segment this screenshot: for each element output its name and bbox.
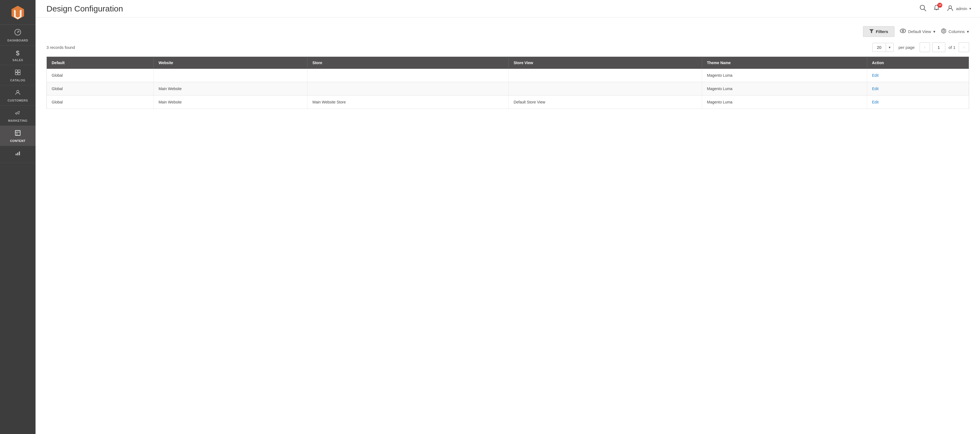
row2-theme-name: Magento Luma xyxy=(702,82,867,95)
search-icon[interactable] xyxy=(920,4,926,13)
row1-store-view xyxy=(509,69,702,82)
filters-label: Filters xyxy=(876,29,888,34)
records-found: 3 records found xyxy=(46,45,75,50)
table-row: Global Main Website Magento Luma Edit xyxy=(47,82,969,95)
view-selector[interactable]: Default View ▾ xyxy=(900,29,935,34)
svg-point-22 xyxy=(902,30,903,32)
sidebar-item-label-content: CONTENT xyxy=(10,139,26,143)
row1-store xyxy=(307,69,509,82)
row1-theme-name: Magento Luma xyxy=(702,69,867,82)
pagination-current-page: 1 xyxy=(932,42,945,52)
row1-edit-link[interactable]: Edit xyxy=(872,73,878,78)
page-title: Design Configuration xyxy=(46,4,123,13)
pagination-of-label: of 1 xyxy=(948,45,955,50)
user-avatar-icon xyxy=(947,4,954,13)
svg-point-9 xyxy=(17,90,19,92)
data-table: Default Website Store Store View Theme N… xyxy=(46,57,969,109)
svg-marker-0 xyxy=(11,6,24,20)
row1-default: Global xyxy=(47,69,154,82)
user-name: admin xyxy=(956,6,967,11)
pagination: 20 ▾ per page ‹ 1 of 1 › xyxy=(872,42,969,52)
content-icon xyxy=(14,130,21,138)
reports-icon xyxy=(14,150,21,158)
filter-icon xyxy=(869,29,874,34)
svg-line-4 xyxy=(18,31,19,32)
row3-website: Main Website xyxy=(154,95,307,109)
main-area: Design Configuration 13 admin ▾ xyxy=(35,0,980,434)
user-chevron-icon: ▾ xyxy=(969,6,971,11)
eye-icon xyxy=(900,29,906,34)
header-actions: 13 admin ▾ xyxy=(920,4,971,13)
table-header: Default Website Store Store View Theme N… xyxy=(47,57,969,69)
per-page-input[interactable]: 20 xyxy=(873,43,886,52)
sidebar-item-content[interactable]: CONTENT xyxy=(0,126,35,146)
user-menu[interactable]: admin ▾ xyxy=(947,4,971,13)
svg-rect-7 xyxy=(15,73,18,75)
svg-point-18 xyxy=(949,6,951,8)
sidebar-item-sales[interactable]: $ SALES xyxy=(0,46,35,65)
row2-store xyxy=(307,82,509,95)
svg-rect-13 xyxy=(16,154,17,155)
col-header-store-view: Store View xyxy=(509,57,702,69)
row2-website: Main Website xyxy=(154,82,307,95)
sidebar-item-label-customers: CUSTOMERS xyxy=(8,99,28,102)
sidebar: DASHBOARD $ SALES CATALOG CUSTOMERS MARK… xyxy=(0,0,35,434)
columns-chevron-icon: ▾ xyxy=(967,29,969,34)
columns-selector[interactable]: Columns ▾ xyxy=(941,28,969,35)
marketing-icon xyxy=(14,109,21,118)
sidebar-item-label-dashboard: DASHBOARD xyxy=(7,39,28,42)
sidebar-item-marketing[interactable]: MARKETING xyxy=(0,106,35,126)
view-chevron-icon: ▾ xyxy=(933,29,935,34)
svg-rect-10 xyxy=(15,130,20,135)
pagination-next-button[interactable]: › xyxy=(959,42,969,52)
svg-rect-15 xyxy=(19,152,20,155)
catalog-icon xyxy=(14,69,21,77)
svg-rect-6 xyxy=(18,70,20,72)
sidebar-logo xyxy=(0,0,35,25)
notification-bell[interactable]: 13 xyxy=(933,4,940,13)
records-bar: 3 records found 20 ▾ per page ‹ 1 of 1 › xyxy=(46,42,969,52)
col-header-theme-name: Theme Name xyxy=(702,57,867,69)
col-header-action: Action xyxy=(867,57,969,69)
sidebar-item-dashboard[interactable]: DASHBOARD xyxy=(0,25,35,46)
per-page-select[interactable]: 20 ▾ xyxy=(872,43,894,52)
row1-website xyxy=(154,69,307,82)
content-area: Filters Default View ▾ Columns ▾ 3 recor… xyxy=(35,17,980,434)
row3-theme-name: Magento Luma xyxy=(702,95,867,109)
row2-edit-link[interactable]: Edit xyxy=(872,87,878,91)
table-row: Global Main Website Main Website Store D… xyxy=(47,95,969,109)
svg-line-17 xyxy=(924,9,926,11)
sidebar-item-label-marketing: MARKETING xyxy=(8,119,27,122)
table-body: Global Magento Luma Edit Global Main Web… xyxy=(47,69,969,109)
pagination-prev-button[interactable]: ‹ xyxy=(920,42,930,52)
filters-button[interactable]: Filters xyxy=(863,26,894,37)
sales-icon: $ xyxy=(16,49,20,57)
svg-marker-19 xyxy=(869,29,874,33)
view-label: Default View xyxy=(908,29,931,34)
svg-rect-14 xyxy=(17,152,18,155)
row3-edit-link[interactable]: Edit xyxy=(872,100,878,104)
row3-action: Edit xyxy=(867,95,969,109)
per-page-dropdown-icon[interactable]: ▾ xyxy=(886,43,893,51)
row2-default: Global xyxy=(47,82,154,95)
col-header-store: Store xyxy=(307,57,509,69)
sidebar-item-label-catalog: CATALOG xyxy=(10,79,25,82)
col-header-website: Website xyxy=(154,57,307,69)
header-bar: Design Configuration 13 admin ▾ xyxy=(35,0,980,17)
sidebar-item-catalog[interactable]: CATALOG xyxy=(0,65,35,86)
col-header-default: Default xyxy=(47,57,154,69)
row3-store-view: Default Store View xyxy=(509,95,702,109)
columns-label: Columns xyxy=(948,29,965,34)
svg-rect-8 xyxy=(18,73,20,75)
sidebar-item-label-sales: SALES xyxy=(12,59,23,62)
row2-store-view xyxy=(509,82,702,95)
toolbar: Filters Default View ▾ Columns ▾ xyxy=(46,26,969,37)
gear-icon xyxy=(941,28,947,35)
row3-default: Global xyxy=(47,95,154,109)
notification-badge: 13 xyxy=(937,3,942,8)
sidebar-item-customers[interactable]: CUSTOMERS xyxy=(0,86,35,106)
per-page-label: per page xyxy=(899,45,915,50)
row2-action: Edit xyxy=(867,82,969,95)
customers-icon xyxy=(14,89,21,97)
sidebar-item-reports[interactable] xyxy=(0,146,35,163)
